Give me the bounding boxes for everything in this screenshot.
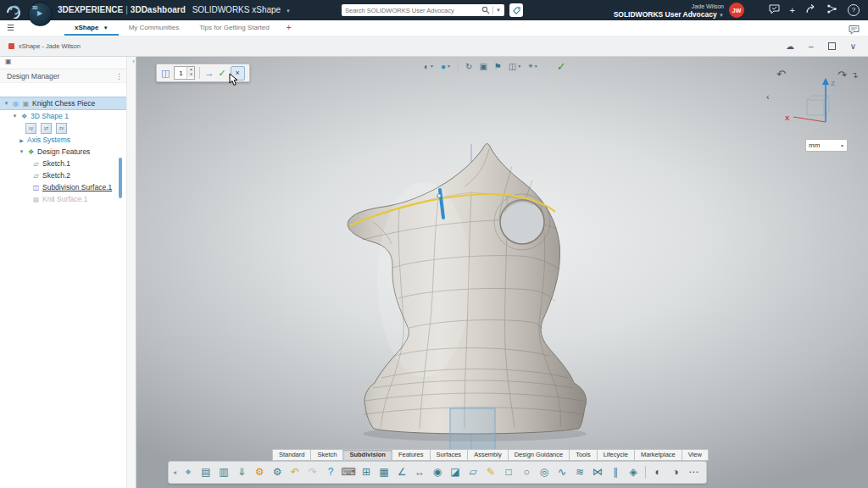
tab-chevron-icon[interactable]: ▼ [103,25,108,30]
ambient-occlusion-icon[interactable]: ◑ [667,463,684,482]
box-primitive-icon[interactable]: □ [500,463,517,482]
undo-icon[interactable]: ↶ [287,463,303,482]
tree-row-shape[interactable]: ▼ ❖ 3D Shape 1 [0,110,126,122]
validate-check-icon[interactable]: ✓ [557,60,566,73]
more-options-icon[interactable]: ⋯ [685,463,702,482]
panel-scrollbar[interactable]: ‹ [126,56,136,488]
tab-my-communities[interactable]: My Communities [119,20,190,36]
help-icon[interactable]: ? [322,463,339,482]
collapse-right-panel-icon[interactable]: ‹ [766,92,770,102]
3d-viewport[interactable]: ◫ ▲ ▼ → ✓ × ◐▼ ●▼ ↻ [136,56,868,488]
panel-collapse-icon[interactable]: ‹ [132,58,135,65]
cylinder-primitive-icon[interactable]: ◎ [536,463,553,482]
ribbon-tab-standard[interactable]: Standard [272,449,311,461]
visibility-eye-icon[interactable]: ◉ [429,463,446,482]
display-mode-icon[interactable]: ◐ [649,463,666,482]
ribbon-tab-assembly[interactable]: Assembly [467,449,509,461]
tree-row-sketch2[interactable]: ▱ Sketch.2 [0,169,126,181]
chevron-expanded-icon[interactable]: ▼ [12,114,18,119]
avatar[interactable]: JW [729,3,744,18]
mirror-icon[interactable]: ∥ [607,463,624,482]
open-icon[interactable]: ▤ [198,463,214,482]
brand-app-name[interactable]: SOLIDWORKS xShape [192,5,281,14]
snapshot-button[interactable]: ▣ [479,62,487,71]
plane-yz-icon[interactable]: yz [41,123,52,134]
plane-icon[interactable]: ▱ [465,463,481,482]
symmetry-icon[interactable]: ⋈ [589,463,606,482]
user-menu-chevron-icon[interactable]: ▼ [719,13,724,18]
view-options-icon[interactable]: ↴ [851,70,858,80]
loft-icon[interactable]: ≋ [571,463,588,482]
pan-zoom-icon[interactable]: ⌖ [180,463,197,482]
sphere-primitive-icon[interactable]: ○ [518,463,535,482]
tree-row-design-features[interactable]: ▼ ❖ Design Features [0,146,126,158]
minimize-icon[interactable]: – [809,42,814,51]
tree-row-disabled-feature[interactable]: ▦ Knit Surface.1 [0,193,126,205]
share-icon[interactable] [805,3,816,18]
flag-button[interactable]: ⚑ [494,62,502,71]
tree-row-sketch1[interactable]: ▱ Sketch.1 [0,158,126,169]
ribbon-tab-sketch[interactable]: Sketch [310,449,343,461]
collapse-window-icon[interactable]: ∨ [850,42,856,51]
subdivision-level-input[interactable] [175,67,186,79]
tree-row-root[interactable]: ▼ ◎ ▣ Knight Chess Piece [0,97,126,110]
ribbon-tab-features[interactable]: Features [392,449,431,461]
3ds-logo-icon[interactable] [5,2,22,22]
automation-gear-icon[interactable]: ⚙ [269,463,286,482]
ribbon-tab-design-guidance[interactable]: Design Guidance [508,449,570,461]
chevron-expanded-icon[interactable]: ▼ [3,101,9,106]
network-share-icon[interactable] [826,3,837,18]
material-button[interactable]: ●▼ [441,62,451,71]
tab-xshape[interactable]: xShape ▼ [64,20,119,36]
snap-button[interactable]: ⌖▼ [528,61,538,71]
brand-dashboard[interactable]: 3DDashboard [131,5,186,14]
sketch-pencil-icon[interactable]: ✎ [482,463,499,482]
tree-view-mode-icon[interactable]: ▣ [5,58,12,65]
chevron-collapsed-icon[interactable]: ▶ [19,137,25,143]
tree-row-axis-systems[interactable]: ▶ Axis Systems [0,134,126,146]
next-view-icon[interactable]: ↷ [837,69,847,81]
tag-button[interactable] [509,3,523,17]
tree-scrollbar-thumb[interactable] [119,158,122,198]
search-icon[interactable] [481,6,490,14]
chevron-expanded-icon[interactable]: ▼ [19,149,25,154]
selected-edge-loop[interactable] [350,194,555,225]
units-dropdown[interactable]: mm ▼ [805,139,848,152]
accept-icon[interactable]: ✓ [218,68,225,79]
ribbon-tab-surfaces[interactable]: Surfaces [430,449,469,461]
plane-xy-icon[interactable]: xy [25,123,36,134]
search-input[interactable] [342,7,481,14]
add-tab-button[interactable]: + [280,20,298,36]
refresh-view-button[interactable]: ↻ [465,62,472,71]
continue-icon[interactable]: → [204,68,214,78]
panel-menu-icon[interactable]: ⋮ [115,69,123,83]
ribbon-tab-tools[interactable]: Tools [569,449,598,461]
stepper-down-icon[interactable]: ▼ [187,72,194,77]
section-icon[interactable]: ◪ [447,463,464,482]
knight-body[interactable] [348,144,586,434]
grid-icon[interactable]: ▦ [376,463,392,482]
ribbon-tab-marketplace[interactable]: Marketplace [634,449,682,461]
add-icon[interactable]: + [790,3,795,17]
redo-icon[interactable]: ↷ [304,463,321,482]
axes-icon[interactable]: ∠ [393,463,410,482]
control-handle[interactable] [440,190,443,218]
thicken-icon[interactable]: ◈ [625,463,642,482]
orientation-triad[interactable]: Z X [783,75,848,130]
import-icon[interactable]: ⇓ [233,463,250,482]
control-point[interactable] [437,194,441,197]
keyboard-icon[interactable]: ⌨ [340,463,357,482]
feedback-icon[interactable] [769,3,780,18]
hamburger-menu-icon[interactable]: ☰ [7,23,14,32]
measure-icon[interactable]: ↔ [411,463,428,482]
ribbon-tab-subdivision[interactable]: Subdivision [342,449,392,461]
chevron-down-icon[interactable]: ▼ [286,8,291,14]
curve-icon[interactable]: ∿ [554,463,570,482]
plane-zx-icon[interactable]: zx [56,123,67,134]
tree-row-subdivision-surface[interactable]: ◫ Subdivision Surface.1 [0,181,126,193]
render-style-button[interactable]: ◐▼ [424,62,434,71]
base-plane-widget[interactable] [450,408,495,453]
calculator-icon[interactable]: ⊞ [358,463,375,482]
ribbon-tab-view[interactable]: View [682,449,709,461]
help-icon[interactable]: ? [848,4,860,16]
